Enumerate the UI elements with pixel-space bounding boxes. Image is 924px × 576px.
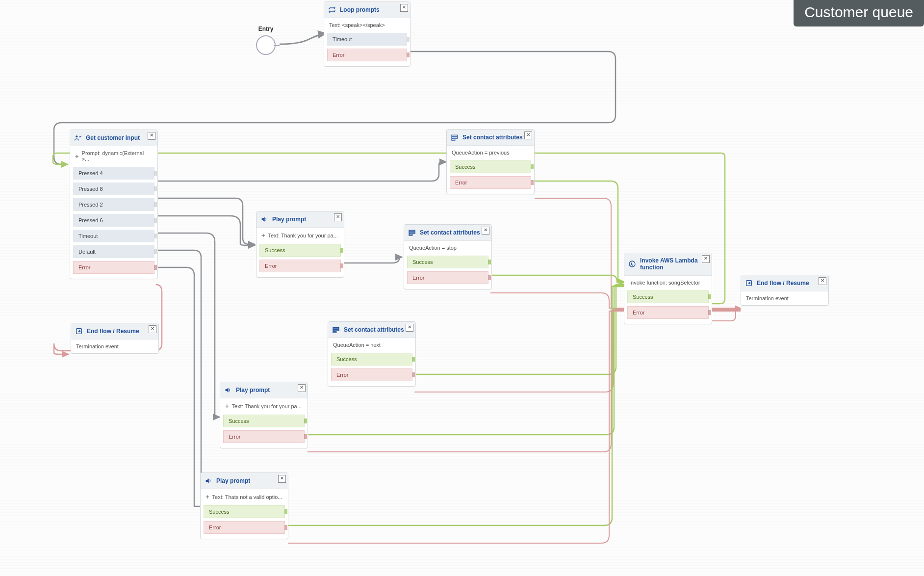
branch-error[interactable]: Error xyxy=(407,271,488,284)
speaker-icon xyxy=(205,477,212,485)
invoke-lambda-body: Invoke function: songSelector xyxy=(624,276,712,289)
end-flow-right-title: End flow / Resume xyxy=(757,280,809,287)
end-flow-left-title: End flow / Resume xyxy=(87,328,139,335)
set-attr-prev-title: Set contact attributes xyxy=(462,134,523,141)
set-attr-prev-body: QueueAction = previous xyxy=(447,146,534,159)
play-prompt-3-body[interactable]: + Text: Thats not a valid optio... xyxy=(201,489,288,504)
branch-success[interactable]: Success xyxy=(223,415,305,427)
loop-icon xyxy=(328,6,336,14)
branch-pressed-6[interactable]: Pressed 6 xyxy=(73,214,154,227)
svg-rect-9 xyxy=(333,329,339,331)
close-icon[interactable]: ✕ xyxy=(524,131,532,139)
play-prompt-2-body-text: Text: Thank you for your pa... xyxy=(232,403,302,409)
branch-error[interactable]: Error xyxy=(327,49,407,61)
customer-input-icon xyxy=(74,134,82,142)
loop-prompts-body[interactable]: Text: <speak></speak> xyxy=(324,18,410,32)
invoke-lambda-body-text: Invoke function: songSelector xyxy=(629,280,700,286)
close-icon[interactable]: ✕ xyxy=(334,213,342,221)
svg-rect-3 xyxy=(409,232,415,234)
entry-circle-icon xyxy=(256,35,276,55)
svg-rect-2 xyxy=(409,230,415,232)
play-prompt-3-block[interactable]: Play prompt ✕ + Text: Thats not a valid … xyxy=(200,472,288,539)
close-icon[interactable]: ✕ xyxy=(482,227,489,235)
branch-success[interactable]: Success xyxy=(627,290,709,303)
speaker-icon xyxy=(224,386,232,394)
branch-error[interactable]: Error xyxy=(259,260,341,272)
attributes-icon xyxy=(408,229,416,236)
set-attr-prev-block[interactable]: Set contact attributes ✕ QueueAction = p… xyxy=(446,129,535,194)
expand-icon[interactable]: + xyxy=(261,232,265,239)
close-icon[interactable]: ✕ xyxy=(148,132,155,140)
set-attr-stop-title: Set contact attributes xyxy=(420,229,480,236)
end-flow-icon xyxy=(75,327,83,335)
end-flow-left-body: Termination event xyxy=(71,340,158,353)
branch-success[interactable]: Success xyxy=(204,505,285,518)
set-attr-next-title: Set contact attributes xyxy=(344,326,404,333)
get-customer-input-body[interactable]: + Prompt: dynamic(External >... xyxy=(70,146,157,166)
branch-error[interactable]: Error xyxy=(450,176,531,189)
branch-error[interactable]: Error xyxy=(223,430,305,443)
branch-pressed-8[interactable]: Pressed 8 xyxy=(73,183,154,195)
play-prompt-2-title: Play prompt xyxy=(236,387,270,393)
play-prompt-1-block[interactable]: Play prompt ✕ + Text: Thank you for your… xyxy=(256,211,344,278)
svg-point-11 xyxy=(629,261,635,267)
expand-icon[interactable]: + xyxy=(75,153,79,160)
svg-rect-5 xyxy=(452,135,458,136)
attributes-icon xyxy=(451,133,459,141)
end-flow-icon xyxy=(745,279,753,287)
play-prompt-1-body[interactable]: + Text: Thank you for your pa... xyxy=(257,228,344,243)
set-attr-next-body: QueueAction = next xyxy=(328,338,415,352)
set-attr-stop-body-text: QueueAction = stop xyxy=(409,245,457,251)
set-attr-prev-body-text: QueueAction = previous xyxy=(452,150,510,156)
invoke-lambda-title: Invoke AWS Lambda function xyxy=(640,257,708,271)
expand-icon[interactable]: + xyxy=(225,402,229,410)
svg-rect-4 xyxy=(409,234,412,236)
close-icon[interactable]: ✕ xyxy=(149,325,156,333)
entry-node[interactable]: Entry xyxy=(250,26,282,55)
end-flow-right-body-text: Termination event xyxy=(746,295,789,301)
close-icon[interactable]: ✕ xyxy=(819,277,826,285)
set-attr-stop-body: QueueAction = stop xyxy=(404,241,491,255)
set-attr-next-body-text: QueueAction = next xyxy=(333,342,381,348)
svg-rect-6 xyxy=(452,137,458,138)
branch-success[interactable]: Success xyxy=(259,244,341,257)
get-customer-input-block[interactable]: Get customer input ✕ + Prompt: dynamic(E… xyxy=(70,130,158,279)
play-prompt-2-block[interactable]: Play prompt ✕ + Text: Thank you for your… xyxy=(220,382,308,448)
expand-icon[interactable]: + xyxy=(205,493,209,500)
end-flow-left-block[interactable]: End flow / Resume ✕ Termination event xyxy=(71,323,159,354)
branch-error[interactable]: Error xyxy=(627,306,709,319)
loop-prompts-block[interactable]: Loop prompts ✕ Text: <speak></speak> Tim… xyxy=(324,1,411,67)
close-icon[interactable]: ✕ xyxy=(400,4,408,12)
page-title: Customer queue xyxy=(794,0,924,26)
branch-error[interactable]: Error xyxy=(73,261,154,274)
branch-default[interactable]: Default xyxy=(73,245,154,258)
branch-timeout[interactable]: Timeout xyxy=(73,230,154,242)
branch-pressed-2[interactable]: Pressed 2 xyxy=(73,198,154,211)
set-attr-next-block[interactable]: Set contact attributes ✕ QueueAction = n… xyxy=(328,321,416,387)
end-flow-right-block[interactable]: End flow / Resume ✕ Termination event xyxy=(741,275,829,306)
set-attr-stop-block[interactable]: Set contact attributes ✕ QueueAction = s… xyxy=(404,224,492,289)
play-prompt-2-body[interactable]: + Text: Thank you for your pa... xyxy=(220,398,308,414)
close-icon[interactable]: ✕ xyxy=(298,384,306,392)
branch-pressed-4[interactable]: Pressed 4 xyxy=(73,167,154,180)
close-icon[interactable]: ✕ xyxy=(702,255,710,263)
lambda-icon xyxy=(628,260,636,268)
close-icon[interactable]: ✕ xyxy=(406,324,413,332)
play-prompt-1-body-text: Text: Thank you for your pa... xyxy=(268,233,338,238)
end-flow-right-body: Termination event xyxy=(741,291,828,305)
branch-success[interactable]: Success xyxy=(450,160,531,173)
svg-point-0 xyxy=(76,135,77,137)
loop-prompts-body-text: Text: <speak></speak> xyxy=(329,22,385,28)
branch-error[interactable]: Error xyxy=(204,521,285,534)
play-prompt-3-body-text: Text: Thats not a valid optio... xyxy=(212,494,282,500)
end-flow-left-body-text: Termination event xyxy=(76,343,119,349)
branch-success[interactable]: Success xyxy=(407,256,488,268)
branch-error[interactable]: Error xyxy=(331,368,412,381)
speaker-icon xyxy=(260,215,268,223)
play-prompt-3-title: Play prompt xyxy=(216,477,250,484)
close-icon[interactable]: ✕ xyxy=(278,475,286,483)
invoke-lambda-block[interactable]: Invoke AWS Lambda function ✕ Invoke func… xyxy=(624,253,712,324)
svg-rect-7 xyxy=(452,139,455,140)
branch-success[interactable]: Success xyxy=(331,353,412,366)
branch-timeout[interactable]: Timeout xyxy=(327,33,407,46)
